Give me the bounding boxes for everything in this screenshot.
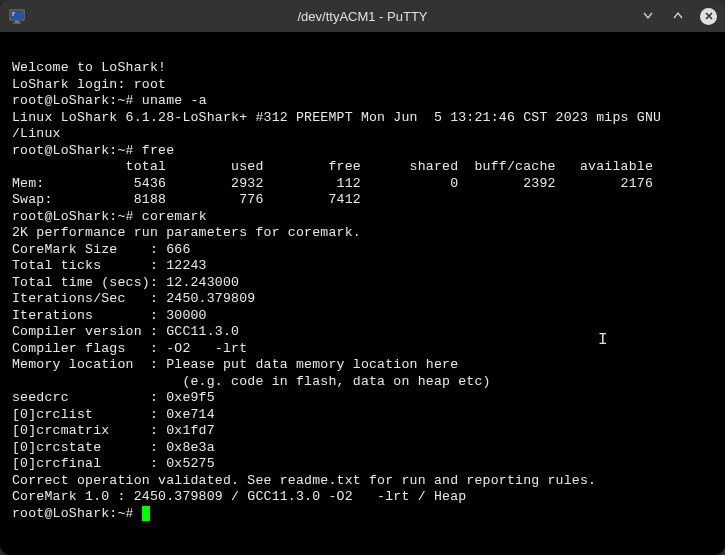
cm-result: CoreMark 1.0 : 2450.379809 / GCC11.3.0 -… bbox=[12, 489, 713, 506]
uname-out2: /Linux bbox=[12, 126, 713, 143]
cm-crc2: [0]crcmatrix : 0x1fd7 bbox=[12, 423, 713, 440]
cm-valid: Correct operation validated. See readme.… bbox=[12, 473, 713, 490]
cm-comp: Compiler version : GCC11.3.0 bbox=[12, 324, 713, 341]
maximize-button[interactable] bbox=[670, 8, 686, 24]
prompt: root@LoShark:~# bbox=[12, 93, 134, 108]
uname-out1: Linux LoShark 6.1.28-LoShark+ #312 PREEM… bbox=[12, 110, 713, 127]
cm-crc3: [0]crcstate : 0x8e3a bbox=[12, 440, 713, 457]
prompt: root@LoShark:~# bbox=[12, 209, 134, 224]
cm-mem1: Memory location : Please put data memory… bbox=[12, 357, 713, 374]
close-button[interactable] bbox=[700, 8, 717, 25]
prompt-free: root@LoShark:~# free bbox=[12, 143, 713, 160]
cm-size: CoreMark Size : 666 bbox=[12, 242, 713, 259]
window-title: /dev/ttyACM1 - PuTTY bbox=[297, 9, 427, 24]
cm-iter: Iterations : 30000 bbox=[12, 308, 713, 325]
cm-time: Total time (secs): 12.243000 bbox=[12, 275, 713, 292]
window-controls bbox=[640, 8, 717, 25]
svg-rect-3 bbox=[13, 23, 21, 24]
cm-flags: Compiler flags : -O2 -lrt bbox=[12, 341, 713, 358]
cm-crc1: [0]crclist : 0xe714 bbox=[12, 407, 713, 424]
prompt: root@LoShark:~# bbox=[12, 143, 134, 158]
titlebar: /dev/ttyACM1 - PuTTY bbox=[0, 0, 725, 32]
cm-mem2: (e.g. code in flash, data on heap etc) bbox=[12, 374, 713, 391]
cmd-free: free bbox=[142, 143, 174, 158]
cm-iters: Iterations/Sec : 2450.379809 bbox=[12, 291, 713, 308]
prompt-idle: root@LoShark:~# bbox=[12, 506, 713, 523]
svg-rect-2 bbox=[15, 21, 19, 23]
cm-crc4: [0]crcfinal : 0x5275 bbox=[12, 456, 713, 473]
free-mem: Mem: 5436 2932 112 0 2392 2176 bbox=[12, 176, 713, 193]
login-line: LoShark login: root bbox=[12, 77, 713, 94]
cursor-block bbox=[142, 506, 150, 521]
terminal-output[interactable]: Welcome to LoShark!LoShark login: rootro… bbox=[0, 32, 725, 555]
prompt: root@LoShark:~# bbox=[12, 506, 134, 521]
cmd-uname: uname -a bbox=[142, 93, 207, 108]
free-header: total used free shared buff/cache availa… bbox=[12, 159, 713, 176]
cm-line1: 2K performance run parameters for corema… bbox=[12, 225, 713, 242]
cm-seed: seedcrc : 0xe9f5 bbox=[12, 390, 713, 407]
prompt-coremark: root@LoShark:~# coremark bbox=[12, 209, 713, 226]
cmd-coremark: coremark bbox=[142, 209, 207, 224]
welcome-line: Welcome to LoShark! bbox=[12, 60, 713, 77]
minimize-button[interactable] bbox=[640, 8, 656, 24]
cm-ticks: Total ticks : 12243 bbox=[12, 258, 713, 275]
putty-icon bbox=[8, 7, 26, 25]
prompt-uname: root@LoShark:~# uname -a bbox=[12, 93, 713, 110]
free-swap: Swap: 8188 776 7412 bbox=[12, 192, 713, 209]
